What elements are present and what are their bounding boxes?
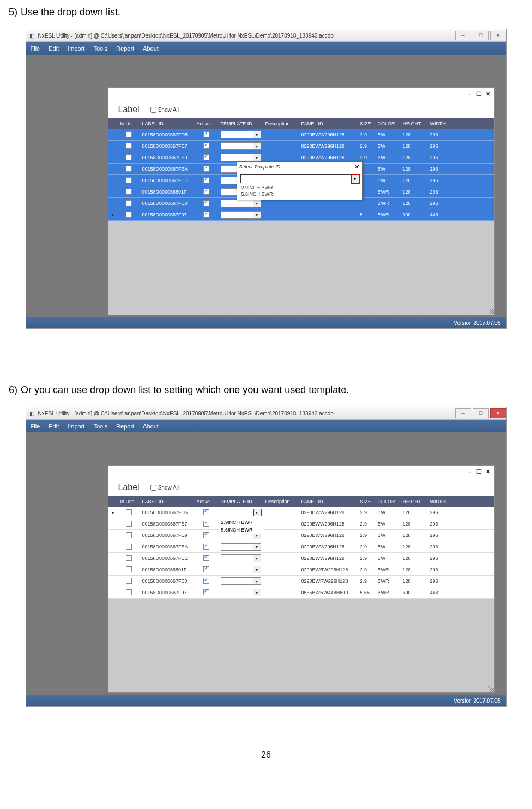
template-dropdown-button[interactable]: ▼: [253, 543, 261, 551]
panel-title: Label: [118, 482, 140, 492]
template-input[interactable]: [221, 577, 253, 585]
menu-import[interactable]: Import: [68, 45, 84, 52]
menu-tools[interactable]: Tools: [93, 423, 107, 430]
menu-edit[interactable]: Edit: [49, 45, 59, 52]
panel-close-icon[interactable]: ✕: [485, 90, 492, 98]
table-row[interactable]: 00158D0000667FE9▼0290BWW296H1282.9BW1282…: [108, 530, 494, 541]
template-input[interactable]: [221, 154, 253, 161]
template-dropdown-button[interactable]: ▼: [253, 509, 261, 516]
template-input[interactable]: [221, 509, 253, 516]
menu-edit[interactable]: Edit: [49, 423, 59, 430]
panel-minimize-icon[interactable]: –: [466, 468, 474, 475]
dialog-close-icon[interactable]: ✕: [353, 163, 360, 171]
version-text: Version 2017.07.05: [454, 320, 500, 326]
minimize-button[interactable]: ─: [455, 31, 471, 40]
table-row[interactable]: 00158D0000667FE0▼0290BWRW296H1282.9BWR12…: [108, 576, 494, 587]
grid-header: In Use LABEL ID Active TEMPLATE ID Descr…: [108, 496, 494, 507]
select-template-dialog: Select Template ID : ✕ ▼ 2.9INCH BWR 5.6…: [237, 161, 363, 200]
menu-import[interactable]: Import: [68, 423, 84, 430]
resize-grip-icon[interactable]: [488, 686, 494, 692]
panel-maximize-icon[interactable]: ☐: [475, 468, 483, 475]
version-text: Version 2017.07.05: [454, 698, 500, 704]
template-input[interactable]: [221, 589, 253, 596]
dropdown-list: 2.9INCH BWR 5.6INCH BWR: [240, 184, 359, 197]
panel-title: Label: [118, 105, 140, 114]
work-area: – ☐ ✕ Label Show All In Use LABEL ID Act…: [26, 55, 506, 317]
template-dropdown-button[interactable]: ▼: [253, 589, 261, 596]
panel-maximize-icon[interactable]: ☐: [475, 90, 483, 98]
table-row[interactable]: 00158D0000667F97▼0565BWRW448H6005.65BWR6…: [108, 587, 494, 599]
resize-grip-icon[interactable]: [488, 309, 494, 314]
dropdown-button[interactable]: ▼: [352, 174, 359, 183]
template-id-input[interactable]: [240, 174, 352, 183]
dropdown-option[interactable]: 2.9INCH BWR: [219, 518, 264, 526]
close-button[interactable]: ✕: [490, 31, 506, 40]
dropdown-option[interactable]: 5.6INCH BWR: [240, 191, 359, 197]
statusbar: Version 2017.07.05: [26, 317, 506, 328]
dialog-title-text: Select Template ID :: [239, 164, 283, 170]
table-row[interactable]: ▸00158D0000667FD5▼0290BWW296H1282.9BW128…: [108, 507, 494, 518]
template-input[interactable]: [221, 566, 253, 573]
close-button[interactable]: ✕: [490, 408, 506, 418]
minimize-button[interactable]: ─: [455, 408, 471, 418]
template-dropdown-button[interactable]: ▼: [253, 211, 261, 219]
step-5-heading: 5)Use the drop down list.: [9, 7, 523, 18]
template-input[interactable]: [221, 200, 253, 207]
template-dropdown-button[interactable]: ▼: [253, 554, 261, 562]
template-dropdown-button[interactable]: ▼: [253, 200, 261, 207]
window-title: NxESL Utility - [admin] @ C:\Users\janpa…: [38, 33, 454, 39]
panel-titlebar: – ☐ ✕: [108, 466, 494, 478]
menu-report[interactable]: Report: [116, 45, 134, 52]
dropdown-option[interactable]: 5.6INCH BWR: [219, 526, 264, 534]
template-dropdown-button[interactable]: ▼: [253, 154, 261, 161]
label-panel: – ☐ ✕ Label Show All In Use LABEL ID Act…: [108, 465, 495, 693]
show-all-checkbox[interactable]: Show All: [148, 483, 179, 492]
panel-titlebar: – ☐ ✕: [108, 88, 494, 100]
table-row[interactable]: ▸00158D0000667F97▼5BWR600448: [108, 209, 494, 221]
window-title: NxESL Utility - [admin] @ C:\Users\janpa…: [38, 410, 454, 416]
menu-report[interactable]: Report: [116, 423, 134, 430]
template-input[interactable]: [221, 142, 253, 150]
data-grid: In Use LABEL ID Active TEMPLATE ID Descr…: [108, 496, 494, 599]
menu-file[interactable]: File: [31, 423, 40, 430]
menubar: File Edit Import Tools Report About: [26, 420, 506, 433]
grid-header: In Use LABEL ID Active TEMPLATE ID Descr…: [108, 118, 494, 129]
inline-dropdown: 2.9INCH BWR 5.6INCH BWR: [219, 518, 264, 534]
menu-about[interactable]: About: [143, 423, 159, 430]
statusbar: Version 2017.07.05: [26, 695, 506, 706]
titlebar: ◧ NxESL Utility - [admin] @ C:\Users\jan…: [26, 29, 506, 42]
panel-close-icon[interactable]: ✕: [485, 468, 492, 475]
template-input[interactable]: [221, 554, 253, 562]
menu-file[interactable]: File: [31, 45, 40, 52]
table-row[interactable]: 00158D0000667FD5▼0290BWW296H1282.9BW1282…: [108, 129, 494, 141]
template-input[interactable]: [221, 211, 253, 219]
template-input[interactable]: [221, 543, 253, 551]
show-all-checkbox[interactable]: Show All: [148, 105, 179, 114]
table-row[interactable]: 00158D0000667FEC▼0290BWW296H1282.9BW1282…: [108, 553, 494, 564]
table-row[interactable]: 00158D0000667FE7▼0290BWW296H1282.9BW1282…: [108, 518, 494, 530]
app-icon: ◧: [28, 32, 36, 39]
template-dropdown-button[interactable]: ▼: [253, 131, 261, 138]
app-icon: ◧: [28, 409, 36, 417]
template-dropdown-button[interactable]: ▼: [253, 577, 261, 585]
template-dropdown-button[interactable]: ▼: [253, 566, 261, 573]
table-row[interactable]: 00158D000066801F▼0290BWRW296H1282.9BWR12…: [108, 564, 494, 576]
menu-tools[interactable]: Tools: [93, 45, 107, 52]
menubar: File Edit Import Tools Report About: [26, 42, 506, 55]
maximize-button[interactable]: ☐: [473, 31, 489, 40]
menu-about[interactable]: About: [143, 45, 159, 52]
table-row[interactable]: 00158D0000667FE7▼0290BWW296H1282.9BW1282…: [108, 141, 494, 152]
step-6-heading: 6)Or you can use drop down list to setti…: [9, 384, 523, 396]
maximize-button[interactable]: ☐: [473, 408, 489, 418]
app-window-2: ◧ NxESL Utility - [admin] @ C:\Users\jan…: [26, 407, 507, 707]
titlebar: ◧ NxESL Utility - [admin] @ C:\Users\jan…: [26, 407, 506, 420]
label-panel: – ☐ ✕ Label Show All In Use LABEL ID Act…: [108, 87, 495, 315]
table-row[interactable]: 00158D0000667FEA▼0290BWW296H1282.9BW1282…: [108, 541, 494, 553]
panel-header: Label Show All: [108, 478, 494, 497]
dropdown-option[interactable]: 2.9INCH BWR: [240, 184, 359, 191]
app-window-1: ◧ NxESL Utility - [admin] @ C:\Users\jan…: [26, 29, 507, 329]
template-input[interactable]: [221, 131, 253, 138]
page-number: 26: [9, 750, 523, 760]
template-dropdown-button[interactable]: ▼: [253, 142, 261, 150]
panel-minimize-icon[interactable]: –: [466, 90, 474, 98]
